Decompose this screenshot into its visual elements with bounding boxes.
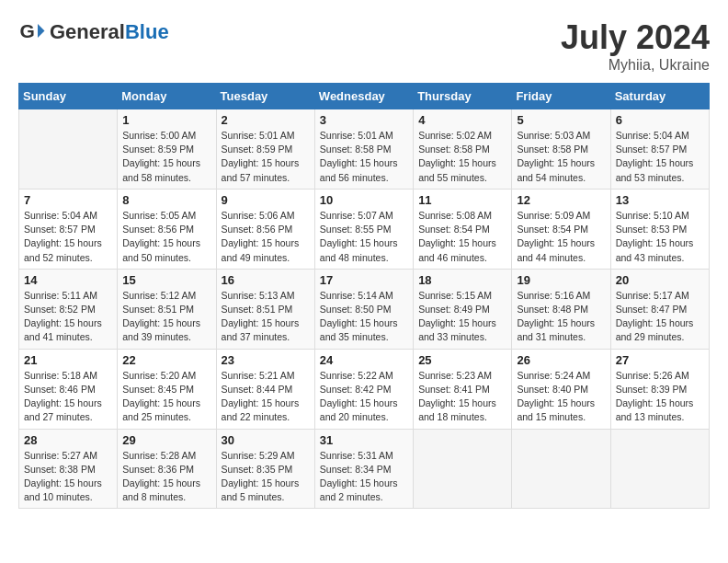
calendar-cell: 27Sunrise: 5:26 AM Sunset: 8:39 PM Dayli… (610, 349, 709, 429)
calendar-header-monday: Monday (118, 84, 216, 109)
day-number: 11 (418, 193, 506, 207)
calendar-week-row: 21Sunrise: 5:18 AM Sunset: 8:46 PM Dayli… (19, 349, 710, 429)
calendar-header-friday: Friday (512, 84, 610, 109)
day-number: 3 (320, 113, 408, 127)
day-number: 19 (517, 273, 605, 287)
calendar-cell: 30Sunrise: 5:29 AM Sunset: 8:35 PM Dayli… (216, 429, 314, 509)
day-info: Sunrise: 5:03 AM Sunset: 8:58 PM Dayligh… (517, 129, 605, 185)
day-info: Sunrise: 5:24 AM Sunset: 8:40 PM Dayligh… (517, 369, 605, 425)
calendar-cell: 20Sunrise: 5:17 AM Sunset: 8:47 PM Dayli… (610, 269, 709, 349)
calendar-header-tuesday: Tuesday (216, 84, 314, 109)
day-number: 16 (222, 273, 310, 287)
calendar-cell (610, 429, 709, 509)
svg-marker-1 (38, 24, 45, 38)
day-number: 13 (616, 193, 704, 207)
calendar-cell: 15Sunrise: 5:12 AM Sunset: 8:51 PM Dayli… (118, 269, 216, 349)
day-number: 1 (122, 113, 210, 127)
calendar-cell: 5Sunrise: 5:03 AM Sunset: 8:58 PM Daylig… (512, 109, 610, 190)
calendar-cell: 29Sunrise: 5:28 AM Sunset: 8:36 PM Dayli… (118, 429, 216, 509)
calendar-cell: 4Sunrise: 5:02 AM Sunset: 8:58 PM Daylig… (414, 109, 512, 190)
calendar-header-saturday: Saturday (610, 84, 709, 109)
calendar-week-row: 1Sunrise: 5:00 AM Sunset: 8:59 PM Daylig… (19, 109, 710, 190)
day-number: 21 (24, 353, 112, 367)
day-number: 9 (222, 193, 310, 207)
calendar-header-sunday: Sunday (19, 84, 118, 109)
title-area: July 2024 Myhiia, Ukraine (561, 18, 710, 74)
day-number: 28 (24, 433, 112, 447)
day-info: Sunrise: 5:26 AM Sunset: 8:39 PM Dayligh… (616, 369, 704, 425)
day-info: Sunrise: 5:10 AM Sunset: 8:53 PM Dayligh… (616, 209, 704, 265)
calendar-cell: 12Sunrise: 5:09 AM Sunset: 8:54 PM Dayli… (512, 189, 610, 269)
day-number: 2 (222, 113, 310, 127)
calendar-cell: 1Sunrise: 5:00 AM Sunset: 8:59 PM Daylig… (118, 109, 216, 190)
day-number: 15 (122, 273, 210, 287)
calendar-header-wednesday: Wednesday (314, 84, 413, 109)
day-number: 5 (517, 113, 605, 127)
calendar-header-row: SundayMondayTuesdayWednesdayThursdayFrid… (19, 84, 710, 109)
calendar-table: SundayMondayTuesdayWednesdayThursdayFrid… (18, 83, 710, 509)
day-info: Sunrise: 5:14 AM Sunset: 8:50 PM Dayligh… (320, 289, 408, 345)
day-info: Sunrise: 5:13 AM Sunset: 8:51 PM Dayligh… (222, 289, 310, 345)
day-info: Sunrise: 5:31 AM Sunset: 8:34 PM Dayligh… (320, 449, 408, 505)
calendar-cell: 28Sunrise: 5:27 AM Sunset: 8:38 PM Dayli… (19, 429, 118, 509)
day-info: Sunrise: 5:27 AM Sunset: 8:38 PM Dayligh… (24, 449, 112, 505)
day-info: Sunrise: 5:05 AM Sunset: 8:56 PM Dayligh… (122, 209, 210, 265)
day-info: Sunrise: 5:07 AM Sunset: 8:55 PM Dayligh… (320, 209, 408, 265)
day-number: 22 (122, 353, 210, 367)
calendar-cell: 21Sunrise: 5:18 AM Sunset: 8:46 PM Dayli… (19, 349, 118, 429)
calendar-cell: 26Sunrise: 5:24 AM Sunset: 8:40 PM Dayli… (512, 349, 610, 429)
day-number: 17 (320, 273, 408, 287)
calendar-cell: 22Sunrise: 5:20 AM Sunset: 8:45 PM Dayli… (118, 349, 216, 429)
calendar-cell: 14Sunrise: 5:11 AM Sunset: 8:52 PM Dayli… (19, 269, 118, 349)
calendar-cell: 6Sunrise: 5:04 AM Sunset: 8:57 PM Daylig… (610, 109, 709, 190)
day-info: Sunrise: 5:09 AM Sunset: 8:54 PM Dayligh… (517, 209, 605, 265)
calendar-cell: 13Sunrise: 5:10 AM Sunset: 8:53 PM Dayli… (610, 189, 709, 269)
day-info: Sunrise: 5:17 AM Sunset: 8:47 PM Dayligh… (616, 289, 704, 345)
day-number: 31 (320, 433, 408, 447)
calendar-cell: 31Sunrise: 5:31 AM Sunset: 8:34 PM Dayli… (314, 429, 413, 509)
day-number: 4 (418, 113, 506, 127)
day-info: Sunrise: 5:01 AM Sunset: 8:58 PM Dayligh… (320, 129, 408, 185)
day-info: Sunrise: 5:28 AM Sunset: 8:36 PM Dayligh… (122, 449, 210, 505)
day-number: 23 (222, 353, 310, 367)
month-year: July 2024 (561, 18, 710, 57)
calendar-cell: 24Sunrise: 5:22 AM Sunset: 8:42 PM Dayli… (314, 349, 413, 429)
day-number: 18 (418, 273, 506, 287)
calendar-cell: 9Sunrise: 5:06 AM Sunset: 8:56 PM Daylig… (216, 189, 314, 269)
day-info: Sunrise: 5:11 AM Sunset: 8:52 PM Dayligh… (24, 289, 112, 345)
logo: G GeneralBlue (18, 18, 169, 46)
svg-text:G: G (20, 20, 35, 41)
day-number: 20 (616, 273, 704, 287)
day-info: Sunrise: 5:16 AM Sunset: 8:48 PM Dayligh… (517, 289, 605, 345)
day-number: 30 (222, 433, 310, 447)
calendar-cell: 23Sunrise: 5:21 AM Sunset: 8:44 PM Dayli… (216, 349, 314, 429)
day-info: Sunrise: 5:18 AM Sunset: 8:46 PM Dayligh… (24, 369, 112, 425)
calendar-week-row: 7Sunrise: 5:04 AM Sunset: 8:57 PM Daylig… (19, 189, 710, 269)
day-number: 8 (122, 193, 210, 207)
calendar-week-row: 14Sunrise: 5:11 AM Sunset: 8:52 PM Dayli… (19, 269, 710, 349)
calendar-cell: 8Sunrise: 5:05 AM Sunset: 8:56 PM Daylig… (118, 189, 216, 269)
day-number: 29 (122, 433, 210, 447)
day-info: Sunrise: 5:12 AM Sunset: 8:51 PM Dayligh… (122, 289, 210, 345)
day-number: 10 (320, 193, 408, 207)
day-info: Sunrise: 5:08 AM Sunset: 8:54 PM Dayligh… (418, 209, 506, 265)
day-number: 7 (24, 193, 112, 207)
calendar-cell: 3Sunrise: 5:01 AM Sunset: 8:58 PM Daylig… (314, 109, 413, 190)
calendar-cell: 2Sunrise: 5:01 AM Sunset: 8:59 PM Daylig… (216, 109, 314, 190)
day-number: 24 (320, 353, 408, 367)
day-number: 25 (418, 353, 506, 367)
day-info: Sunrise: 5:21 AM Sunset: 8:44 PM Dayligh… (222, 369, 310, 425)
day-info: Sunrise: 5:15 AM Sunset: 8:49 PM Dayligh… (418, 289, 506, 345)
day-number: 12 (517, 193, 605, 207)
day-number: 14 (24, 273, 112, 287)
calendar-cell: 19Sunrise: 5:16 AM Sunset: 8:48 PM Dayli… (512, 269, 610, 349)
header: G GeneralBlue July 2024 Myhiia, Ukraine (18, 18, 710, 74)
day-info: Sunrise: 5:29 AM Sunset: 8:35 PM Dayligh… (222, 449, 310, 505)
day-info: Sunrise: 5:23 AM Sunset: 8:41 PM Dayligh… (418, 369, 506, 425)
calendar-cell: 25Sunrise: 5:23 AM Sunset: 8:41 PM Dayli… (414, 349, 512, 429)
day-info: Sunrise: 5:00 AM Sunset: 8:59 PM Dayligh… (122, 129, 210, 185)
day-info: Sunrise: 5:04 AM Sunset: 8:57 PM Dayligh… (24, 209, 112, 265)
calendar-cell: 11Sunrise: 5:08 AM Sunset: 8:54 PM Dayli… (414, 189, 512, 269)
day-info: Sunrise: 5:20 AM Sunset: 8:45 PM Dayligh… (122, 369, 210, 425)
day-number: 27 (616, 353, 704, 367)
